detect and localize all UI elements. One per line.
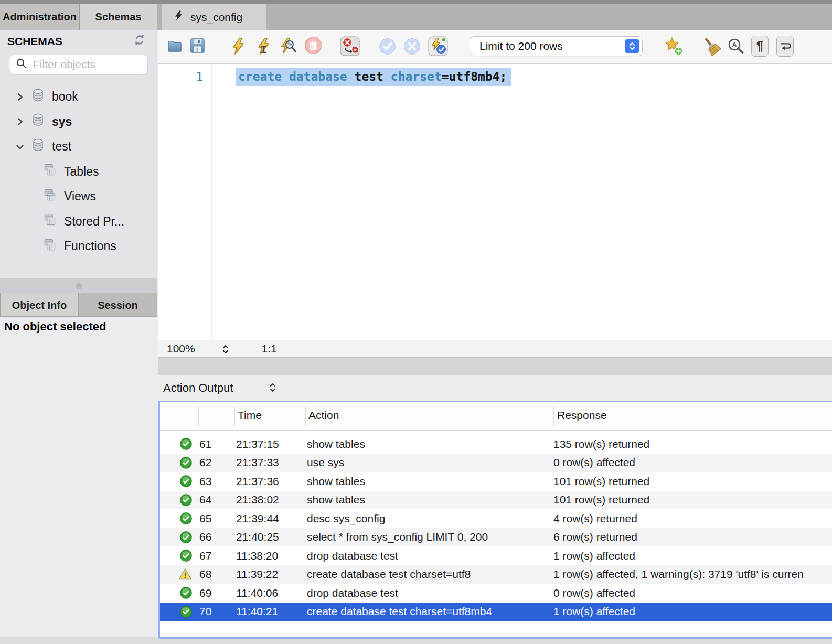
info-tab-bar: Object Info Session [0,293,157,317]
output-row-67[interactable]: 67 11:38:20 drop database test 1 row(s) … [160,546,832,565]
execute-current-statement-button[interactable] [255,37,272,56]
column-divider [234,406,235,426]
tab-session[interactable]: Session [78,293,157,317]
expand-chevron-icon[interactable] [14,91,26,103]
splitter-handle-icon [76,283,82,289]
execute-button[interactable] [230,37,247,56]
row-number: 61 [199,438,236,450]
row-time: 11:38:20 [236,550,307,562]
tree-folder-views[interactable]: Views [0,184,157,209]
output-row-61[interactable]: 61 21:37:15 show tables 135 row(s) retur… [160,435,832,454]
status-cell [160,475,199,487]
output-row-63[interactable]: 63 21:37:36 show tables 101 row(s) retur… [160,472,832,491]
status-cell [160,457,199,469]
limit-rows-dropdown[interactable]: Limit to 200 rows [470,36,643,56]
row-number: 68 [199,568,236,581]
tab-administration[interactable]: Administration [0,4,80,30]
save-script-button[interactable] [190,38,205,53]
database-icon [31,113,45,131]
row-action: select * from sys_config LIMIT 0, 200 [307,531,553,543]
tree-item-label: Tables [64,165,99,179]
success-icon [180,550,192,562]
column-header-response[interactable]: Response [557,409,607,422]
filter-objects-input[interactable] [32,58,134,71]
row-action: drop database test [307,550,553,562]
row-number: 64 [199,493,236,506]
tab-sys-config-editor[interactable]: sys_config [162,4,266,30]
status-cell [160,531,199,543]
output-selector-label[interactable]: Action Output [163,381,233,395]
tree-item-label: sys [52,115,72,129]
editor-status-bar: 100% 1:1 [158,340,832,358]
explain-button[interactable] [279,37,297,56]
expand-chevron-icon[interactable] [14,141,26,153]
toggle-wrap-button[interactable] [776,36,794,57]
expand-chevron-icon[interactable] [14,116,26,127]
beautify-button[interactable] [701,36,723,58]
zoom-level-control[interactable]: 100% [158,340,234,357]
row-action: drop database test [307,587,553,599]
row-number: 66 [199,531,236,543]
stop-button[interactable] [304,37,322,55]
rollback-button[interactable] [403,38,421,55]
output-row-66[interactable]: 66 21:40:25 select * from sys_config LIM… [160,528,832,547]
show-invisibles-button[interactable]: ¶ [751,36,769,57]
row-number: 70 [199,605,236,618]
tree-item-label: book [52,90,78,104]
tree-folder-functions[interactable]: Functions [0,234,157,259]
tree-folder-tables[interactable]: Tables [0,159,157,185]
tree-item-label: Functions [64,239,116,253]
success-icon [180,438,192,450]
row-action: create database test charset=utf8mb4 [307,605,553,618]
find-button[interactable]: A [727,37,745,55]
commit-button[interactable] [379,38,396,55]
refresh-schemas-icon[interactable] [133,33,146,47]
output-row-64[interactable]: 64 21:38:02 show tables 101 row(s) retur… [160,491,832,510]
pane-splitter-band[interactable] [158,358,832,375]
output-row-68[interactable]: 68 11:39:22 create database test charset… [160,565,832,584]
toggle-autocommit-button[interactable] [428,36,448,56]
pilcrow-icon: ¶ [756,39,763,53]
tree-schema-book[interactable]: book [0,84,157,110]
row-action: desc sys_config [307,512,553,525]
open-script-button[interactable] [167,38,183,53]
column-divider [305,406,306,426]
success-icon [180,587,192,599]
column-divider [553,406,554,426]
tree-folder-stored-pr[interactable]: Stored Pr... [0,209,157,234]
output-row-62[interactable]: 62 21:37:33 use sys 0 row(s) affected [160,454,832,473]
wrap-arrow-icon [778,40,792,52]
search-icon [16,58,27,71]
row-response: 1 row(s) affected [553,550,832,562]
success-icon [180,457,192,469]
success-icon [180,475,192,487]
row-time: 11:40:06 [236,587,307,599]
column-header-action[interactable]: Action [308,409,339,422]
tab-schemas[interactable]: Schemas [80,4,157,30]
sql-editor[interactable]: 1 create database test charset=utf8mb4; [158,64,832,340]
limit-rows-label: Limit to 200 rows [479,40,563,52]
output-selector-stepper-icon[interactable] [269,382,276,395]
success-icon [180,606,192,618]
status-cell [160,568,199,581]
tree-schema-sys[interactable]: sys [0,110,157,135]
output-row-69[interactable]: 69 11:40:06 drop database test 0 row(s) … [160,584,832,603]
row-response: 4 row(s) returned [553,512,832,525]
output-row-70[interactable]: 70 11:40:21 create database test charset… [160,603,832,621]
row-time: 21:38:02 [236,493,307,506]
status-cell [160,512,199,524]
sidebar-splitter[interactable] [0,278,157,293]
tab-object-info[interactable]: Object Info [0,293,79,317]
action-output-panel: Time Action Response 61 21:37:15 show ta… [158,401,832,639]
row-response: 101 row(s) returned [553,493,832,506]
row-action: create database test charset=utf8 [307,568,553,581]
tree-schema-test[interactable]: test [0,134,157,159]
success-icon [180,512,192,524]
toggle-stop-on-error-button[interactable] [340,36,360,56]
column-header-time[interactable]: Time [238,409,262,422]
row-time: 21:37:33 [236,456,307,469]
output-row-65[interactable]: 65 21:39:44 desc sys_config 4 row(s) ret… [160,509,832,528]
object-folder-icon [42,163,57,180]
new-snippet-button[interactable] [664,37,684,56]
row-time: 21:39:44 [236,512,307,525]
